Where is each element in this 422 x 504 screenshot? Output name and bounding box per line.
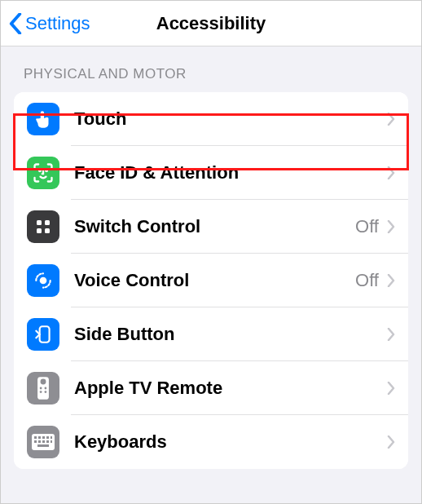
chevron-right-icon — [387, 113, 395, 126]
svg-point-10 — [40, 387, 42, 390]
svg-point-1 — [46, 170, 47, 171]
svg-rect-3 — [45, 220, 50, 225]
svg-rect-4 — [37, 228, 42, 233]
svg-rect-17 — [42, 436, 45, 439]
row-face-id[interactable]: Face ID & Attention — [14, 146, 408, 200]
row-label: Face ID & Attention — [74, 162, 387, 183]
svg-point-0 — [39, 170, 41, 171]
row-status: Off — [355, 270, 379, 291]
svg-point-12 — [40, 391, 42, 393]
row-switch-control[interactable]: Switch Control Off — [14, 200, 408, 254]
chevron-right-icon — [387, 274, 395, 287]
row-label: Touch — [74, 108, 387, 130]
svg-rect-16 — [38, 436, 41, 439]
row-label: Side Button — [74, 324, 387, 345]
row-side-button[interactable]: Side Button — [14, 307, 408, 361]
svg-rect-15 — [34, 436, 37, 439]
svg-rect-24 — [51, 440, 52, 443]
svg-rect-23 — [46, 440, 49, 443]
svg-rect-18 — [46, 436, 49, 439]
svg-rect-25 — [37, 444, 49, 447]
svg-rect-5 — [45, 228, 50, 233]
voice-control-icon — [27, 264, 59, 297]
svg-rect-20 — [34, 440, 37, 443]
svg-point-9 — [41, 378, 46, 384]
switch-control-icon — [27, 210, 59, 243]
svg-rect-2 — [37, 220, 42, 225]
svg-point-6 — [40, 277, 47, 285]
svg-point-13 — [45, 391, 47, 393]
nav-header: Settings Accessibility — [1, 1, 421, 46]
row-label: Keyboards — [74, 431, 387, 453]
svg-rect-19 — [51, 436, 52, 439]
chevron-left-icon — [9, 13, 22, 34]
apple-tv-remote-icon — [27, 372, 59, 405]
chevron-right-icon — [387, 382, 395, 395]
page-title: Accessibility — [156, 13, 266, 34]
keyboards-icon — [27, 426, 59, 458]
content-area: PHYSICAL AND MOTOR Touch Face ID & Atten… — [1, 46, 421, 503]
row-apple-tv-remote[interactable]: Apple TV Remote — [14, 361, 408, 415]
row-label: Voice Control — [74, 270, 355, 291]
face-id-icon — [27, 157, 59, 189]
row-label: Switch Control — [74, 216, 355, 237]
svg-rect-21 — [38, 440, 41, 443]
settings-list: Touch Face ID & Attention Switch Control… — [14, 92, 408, 469]
section-header: PHYSICAL AND MOTOR — [1, 66, 421, 92]
back-button[interactable]: Settings — [9, 13, 90, 34]
touch-icon — [27, 103, 59, 135]
row-voice-control[interactable]: Voice Control Off — [14, 254, 408, 307]
chevron-right-icon — [387, 220, 395, 233]
row-touch[interactable]: Touch — [14, 92, 408, 146]
row-status: Off — [355, 216, 379, 237]
chevron-right-icon — [387, 166, 395, 179]
svg-rect-7 — [40, 326, 50, 343]
svg-point-11 — [45, 387, 47, 390]
side-button-icon — [27, 318, 59, 351]
row-label: Apple TV Remote — [74, 378, 387, 399]
chevron-right-icon — [387, 328, 395, 341]
svg-rect-22 — [42, 440, 45, 443]
back-label: Settings — [25, 13, 90, 34]
row-keyboards[interactable]: Keyboards — [14, 415, 408, 469]
chevron-right-icon — [387, 435, 395, 449]
